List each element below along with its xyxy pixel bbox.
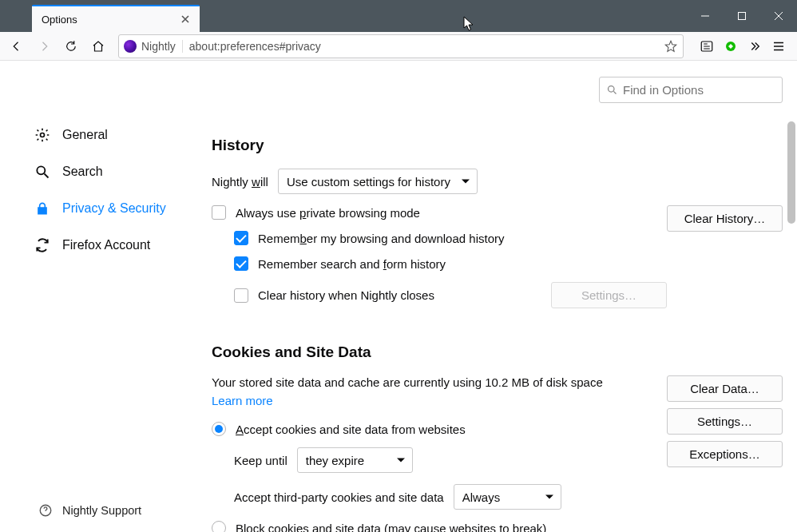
preferences-sidebar: General Search Privacy & Security Firefo…: [0, 61, 212, 532]
window-controls: [687, 0, 797, 32]
search-placeholder: Find in Options: [623, 83, 704, 97]
reload-button[interactable]: [59, 34, 83, 58]
tab-title: Options: [42, 14, 179, 26]
sidebar-item-label: Firefox Account: [62, 238, 150, 252]
url-bar[interactable]: Nightly about:preferences#privacy: [118, 34, 684, 58]
accept-cookies-row: Accept cookies and site data from websit…: [212, 422, 651, 436]
gear-icon: [34, 126, 51, 144]
block-cookies-row: Block cookies and site data (may cause w…: [212, 521, 651, 532]
cookies-settings-button[interactable]: Settings…: [667, 408, 783, 435]
remember-browsing-row: Remember my browsing and download histor…: [212, 231, 667, 245]
overflow-icon[interactable]: [746, 38, 763, 55]
sidebar-support-link[interactable]: Nightly Support: [0, 503, 141, 518]
home-button[interactable]: [86, 34, 110, 58]
cookies-learn-more-link[interactable]: Learn more: [212, 394, 273, 407]
close-tab-icon[interactable]: [179, 13, 192, 26]
block-cookies-radio[interactable]: [212, 521, 226, 532]
sync-icon: [34, 236, 51, 254]
block-cookies-label: Block cookies and site data (may cause w…: [236, 522, 546, 533]
remember-search-row: Remember search and form history: [212, 256, 667, 271]
sidebar-item-general[interactable]: General: [0, 117, 212, 153]
history-mode-select[interactable]: Use custom settings for history: [278, 169, 478, 194]
cookies-exceptions-button[interactable]: Exceptions…: [667, 441, 783, 467]
remember-browsing-checkbox[interactable]: [234, 231, 248, 245]
clear-data-button[interactable]: Clear Data…: [667, 375, 783, 402]
third-party-select[interactable]: Always: [454, 484, 561, 510]
clear-on-close-settings-button: Settings…: [551, 282, 667, 308]
reader-view-icon[interactable]: [698, 38, 716, 55]
identity-box[interactable]: Nightly: [124, 40, 183, 53]
nightly-logo-icon: [124, 40, 137, 53]
svg-point-4: [37, 166, 45, 174]
sidebar-item-label: Search: [62, 165, 103, 179]
clear-on-close-row: Clear history when Nightly closes Settin…: [212, 282, 667, 308]
remember-search-checkbox[interactable]: [234, 256, 248, 271]
browser-tab[interactable]: Options: [32, 5, 200, 32]
accept-cookies-label: Accept cookies and site data from websit…: [236, 423, 466, 436]
history-heading: History: [212, 137, 783, 154]
maximize-button[interactable]: [724, 0, 760, 32]
remember-browsing-label: Remember my browsing and download histor…: [258, 232, 504, 245]
sidebar-item-firefox-account[interactable]: Firefox Account: [0, 227, 212, 264]
history-will-label: Nightly will: [212, 175, 268, 189]
remember-search-label: Remember search and form history: [258, 257, 446, 271]
history-mode-row: Nightly will Use custom settings for his…: [212, 169, 783, 194]
bookmark-star-icon[interactable]: [664, 39, 678, 54]
sidebar-item-label: General: [62, 128, 108, 142]
scrollbar-thumb[interactable]: [787, 121, 795, 224]
keep-until-select[interactable]: they expire: [297, 447, 413, 473]
clear-history-button[interactable]: Clear History…: [667, 205, 783, 232]
cookies-heading: Cookies and Site Data: [212, 343, 783, 361]
always-private-checkbox[interactable]: [212, 205, 226, 220]
titlebar: Options: [0, 0, 797, 32]
svg-rect-0: [739, 13, 746, 20]
clear-on-close-checkbox[interactable]: [234, 288, 248, 303]
always-private-label: Always use private browsing mode: [236, 206, 420, 220]
minimize-button[interactable]: [687, 0, 724, 32]
toolbar-right-icons: [693, 38, 792, 55]
nav-toolbar: Nightly about:preferences#privacy: [0, 32, 797, 61]
url-text: about:preferences#privacy: [189, 40, 664, 53]
identity-label: Nightly: [141, 40, 176, 53]
sidebar-item-privacy[interactable]: Privacy & Security: [0, 190, 212, 227]
search-icon: [34, 163, 51, 181]
cookies-desc: Your stored site data and cache are curr…: [212, 375, 651, 389]
accept-cookies-radio[interactable]: [212, 422, 226, 436]
sidebar-item-label: Privacy & Security: [62, 201, 166, 216]
sidebar-item-search[interactable]: Search: [0, 153, 212, 190]
preferences-main: Find in Options History Nightly will Use…: [212, 61, 797, 532]
always-private-row: Always use private browsing mode: [212, 205, 667, 220]
third-party-label: Accept third-party cookies and site data: [234, 490, 444, 504]
keep-until-row: Keep until they expire: [212, 447, 651, 473]
shield-icon[interactable]: [722, 38, 740, 55]
svg-point-6: [609, 86, 615, 93]
tab-spacer: [0, 0, 32, 32]
menu-icon[interactable]: [770, 38, 787, 55]
support-label: Nightly Support: [62, 504, 141, 517]
keep-until-label: Keep until: [234, 454, 287, 467]
lock-icon: [34, 200, 51, 217]
svg-point-3: [41, 133, 45, 137]
back-button[interactable]: [5, 34, 29, 58]
search-input[interactable]: Find in Options: [599, 77, 783, 103]
close-window-button[interactable]: [760, 0, 797, 32]
forward-button[interactable]: [32, 34, 56, 58]
third-party-row: Accept third-party cookies and site data…: [212, 484, 651, 510]
preferences-content: General Search Privacy & Security Firefo…: [0, 61, 797, 532]
clear-on-close-label: Clear history when Nightly closes: [258, 288, 434, 302]
